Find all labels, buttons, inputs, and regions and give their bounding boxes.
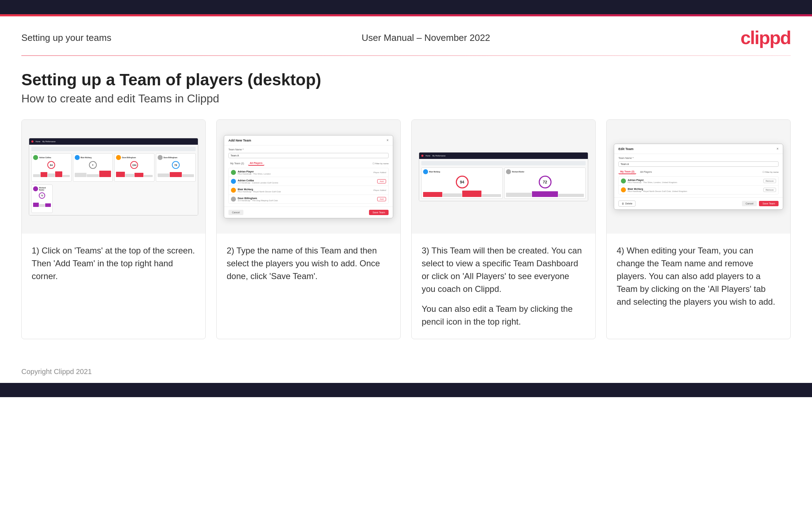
- dialog-footer-2: Cancel Save Team: [224, 207, 393, 218]
- mock-player-card-4: Dave Billingham 78: [156, 153, 196, 182]
- remove-player-btn-4-1[interactable]: Remove: [763, 188, 776, 192]
- cancel-button-2[interactable]: Cancel: [228, 210, 243, 215]
- cancel-button-4[interactable]: Cancel: [742, 201, 757, 206]
- top-bar: [0, 0, 812, 14]
- mock-avatar-3: [116, 155, 121, 160]
- mock-bars-3: [116, 170, 153, 177]
- mock-avatar-4: [158, 155, 163, 160]
- mock-score-4: 78: [172, 161, 180, 169]
- player-info-2-1: Adrian Coliba 1.5 Handicap · Central Lon…: [238, 179, 375, 184]
- page-title: Setting up a Team of players (desktop): [21, 70, 791, 89]
- add-new-team-dialog: Add New Team × Team Name * My Team (2) A…: [224, 135, 393, 218]
- header-manual-title: User Manual – November 2022: [362, 32, 490, 43]
- team-name-label-4: Team Name *: [618, 157, 779, 159]
- player-list-4: Adrian Player Plus Handicap · The Shire,…: [618, 176, 779, 194]
- mock-bars-4: [158, 170, 194, 177]
- team-name-input-2[interactable]: [228, 153, 389, 158]
- filter-label-2: ☐ Filter by name: [373, 162, 389, 165]
- header: Setting up your teams User Manual – Nove…: [0, 16, 812, 55]
- dialog-body-4: Team Name * My Team (2) All Players ☐ Fi…: [614, 154, 783, 197]
- mock-bars-1: [33, 170, 70, 177]
- mock-dashboard-3: Home My Performance Blair McHarg 94: [419, 152, 588, 201]
- player-info-4-1: Blair McHarg Plus Handicap · Royal North…: [628, 188, 761, 192]
- save-team-button-2[interactable]: Save Team: [369, 210, 389, 215]
- mock-player-card-3: Dave Billingham 194: [114, 153, 154, 182]
- page-subtitle: How to create and edit Teams in Clippd: [21, 92, 791, 105]
- player-row-2-3: Dave Billingham 3.5 Handicap · The Dog M…: [229, 195, 388, 203]
- delete-team-button-4[interactable]: 🗑 Delete: [618, 201, 636, 207]
- mock-player-card-3-2: Richard Butler 72: [504, 167, 586, 199]
- dialog-body-2: Team Name * My Team (2) All Players ☐ Fi…: [224, 145, 393, 207]
- player-avatar-2-0: [231, 170, 236, 175]
- mock-avatar-3-2: [506, 169, 511, 174]
- mock-subbar-3: [421, 161, 586, 165]
- dialog-close-2[interactable]: ×: [386, 138, 389, 142]
- mock-nav-1: Home My Performance: [29, 138, 198, 145]
- mock-dashboard-1: Home My Performance Adrian Collins 84: [29, 138, 198, 215]
- dialog-title-2: Add New Team: [228, 139, 251, 142]
- card-4-text: 4) When editing your Team, you can chang…: [607, 234, 790, 339]
- mock-player-card-5: Richard Butler 72: [31, 185, 53, 213]
- player-avatar-2-3: [231, 197, 236, 202]
- player-status-2-0: Player Added: [373, 171, 386, 174]
- card-3: Home My Performance Blair McHarg 94: [411, 119, 596, 339]
- player-list-2: Adrian Player Plus Handicap · The Shire,…: [228, 168, 389, 204]
- mock-logo-dot: [31, 140, 33, 143]
- team-name-input-4[interactable]: [618, 161, 779, 167]
- cards-container: Home My Performance Adrian Collins 84: [0, 119, 812, 361]
- mock-player-card-1: Adrian Collins 84: [31, 153, 72, 182]
- filter-label-4: ☐ Filter by name: [763, 171, 779, 173]
- header-section-label: Setting up your teams: [21, 32, 111, 43]
- mock-bars-5: [33, 200, 51, 207]
- mock-bars-3-1: [423, 190, 501, 197]
- card-2: Add New Team × Team Name * My Team (2) A…: [216, 119, 401, 339]
- header-logo: clippd: [740, 27, 791, 48]
- card-4-screenshot: Edit Team × Team Name * My Team (2) All …: [607, 120, 790, 234]
- dialog-tabs-2: My Team (2) All Players ☐ Filter by name: [228, 161, 389, 166]
- dialog-close-4[interactable]: ×: [776, 147, 779, 151]
- mock-score-3-1: 94: [456, 176, 469, 188]
- player-avatar-4-1: [621, 187, 626, 192]
- player-row-2-1: Adrian Coliba 1.5 Handicap · Central Lon…: [229, 177, 388, 186]
- mock-logo-dot-3: [421, 155, 423, 157]
- card-4: Edit Team × Team Name * My Team (2) All …: [606, 119, 791, 339]
- mock-player-card-2: Blair McHarg 0: [73, 153, 113, 182]
- mock-avatar-5: [33, 186, 38, 191]
- dialog-tabs-4: My Team (2) All Players ☐ Filter by name: [618, 170, 779, 174]
- mock-bars-3-2: [506, 190, 584, 197]
- copyright-text: Copyright Clippd 2021: [21, 368, 92, 375]
- remove-player-btn-4-0[interactable]: Remove: [763, 179, 776, 183]
- team-name-label-2: Team Name *: [228, 148, 389, 151]
- tab-my-team-4[interactable]: My Team (2): [618, 170, 636, 174]
- tab-my-team-2[interactable]: My Team (2): [228, 161, 246, 165]
- tab-all-players-2[interactable]: All Players: [248, 161, 264, 166]
- mock-nav-3: Home My Performance: [419, 153, 588, 159]
- player-info-4-0: Adrian Player Plus Handicap · The Shire,…: [628, 179, 761, 183]
- player-avatar-2-1: [231, 179, 236, 184]
- save-team-button-4[interactable]: Save Team: [759, 201, 779, 206]
- mock-score-3-2: 72: [539, 176, 552, 188]
- trash-icon: 🗑: [622, 202, 624, 205]
- card-1: Home My Performance Adrian Collins 84: [21, 119, 206, 339]
- mock-nav-teams: My Performance: [42, 140, 56, 143]
- add-player-btn-2-3[interactable]: Add: [377, 197, 386, 201]
- dialog-footer-4: 🗑 Delete Cancel Save Team: [614, 197, 783, 209]
- header-divider: [21, 55, 791, 56]
- card-1-text: 1) Click on 'Teams' at the top of the sc…: [22, 234, 205, 339]
- mock-avatar-3-1: [423, 169, 428, 174]
- player-row-2-0: Adrian Player Plus Handicap · The Shire,…: [229, 168, 388, 177]
- mock-bars-2: [75, 170, 111, 177]
- add-player-btn-2-1[interactable]: Add: [377, 179, 386, 183]
- mock-nav-home: Home: [36, 140, 40, 143]
- player-info-2-3: Dave Billingham 3.5 Handicap · The Dog M…: [238, 197, 375, 202]
- player-avatar-4-0: [621, 178, 626, 183]
- player-info-2-2: Blair McHarg Plus Handicap · Royal North…: [238, 188, 371, 193]
- mock-avatar-1: [33, 155, 38, 160]
- player-avatar-2-2: [231, 188, 236, 193]
- player-status-2-2: Player Added: [373, 189, 386, 191]
- mock-players-grid-3: Blair McHarg 94: [421, 167, 586, 199]
- tab-all-players-4[interactable]: All Players: [638, 170, 654, 174]
- bottom-bar: [0, 383, 812, 397]
- mock-players-grid-1: Adrian Collins 84: [31, 153, 196, 182]
- mock-content-1: Adrian Collins 84: [29, 145, 198, 215]
